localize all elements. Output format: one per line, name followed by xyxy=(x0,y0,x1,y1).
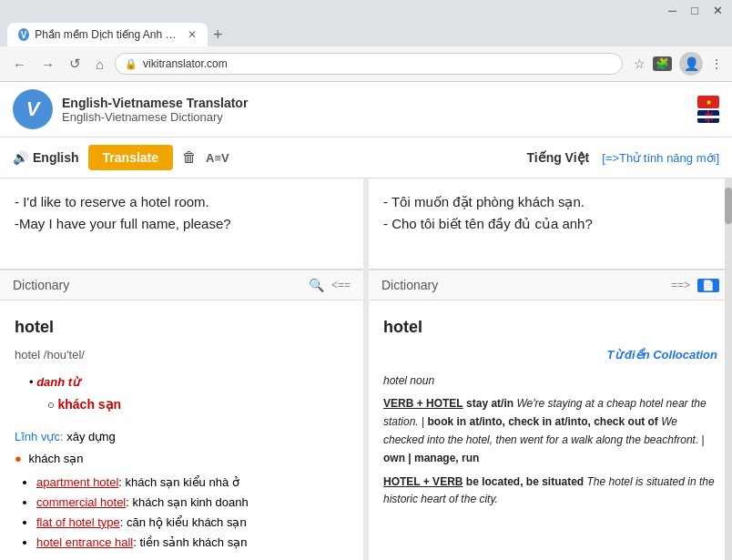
vn-flag xyxy=(697,96,719,108)
output-line2: - Cho tôi biết tên đầy đủ của anh? xyxy=(383,213,717,235)
item-text-0: : khách sạn kiểu nhà ở xyxy=(118,475,239,489)
hotel-verb-text: be located, be situated xyxy=(466,475,584,488)
item-link-2[interactable]: flat of hotel type xyxy=(36,515,120,529)
circle-bullet: ○ xyxy=(47,398,57,412)
uk-flag xyxy=(697,110,719,123)
field-label: Lĩnh vực: xyxy=(15,430,64,443)
left-dict-header: Dictionary 🔍 <== xyxy=(0,270,363,300)
toolbar-right: Tiếng Việt [=>Thử tính năng mới] xyxy=(526,150,719,165)
hotel-verb-label: HOTEL + VERB xyxy=(383,475,463,488)
lock-icon: 🔒 xyxy=(125,58,137,70)
left-text-area[interactable]: - I'd like to reserve a hotel room. -May… xyxy=(0,178,363,270)
sep1: | xyxy=(422,415,424,428)
left-field-word: ● khách sạn xyxy=(15,449,349,469)
tab-title: Phần mềm Dịch tiếng Anh & Từ... xyxy=(35,28,177,41)
arrow-left-icon[interactable]: <== xyxy=(331,279,351,291)
search-icon[interactable]: 🔍 xyxy=(309,278,324,292)
nav-bar: ← → ↺ ⌂ 🔒 vikitranslator.com ☆ 🧩 👤 ⋮ xyxy=(0,46,732,82)
right-dict-content: hotel Từ điển Collocation hotel noun VER… xyxy=(369,300,732,522)
right-dict-header: Dictionary ==> 📄 xyxy=(369,270,732,300)
app-title-line1: English-Vietnamese Translator xyxy=(62,96,697,110)
main-content: - I'd like to reserve a hotel room. -May… xyxy=(0,178,732,560)
logo-letter: V xyxy=(26,97,40,121)
translate-button[interactable]: Translate xyxy=(88,145,173,170)
list-item: apartment hotel: khách sạn kiểu nhà ở xyxy=(36,473,349,493)
address-bar[interactable]: 🔒 vikitranslator.com xyxy=(115,53,623,75)
list-item: flat of hotel type: căn hộ kiểu khách sạ… xyxy=(36,513,349,533)
tab-close-button[interactable]: ✕ xyxy=(188,28,197,41)
collocation-link[interactable]: Từ điển Collocation xyxy=(383,345,717,365)
right-dict-icons: ==> 📄 xyxy=(671,279,719,292)
left-dict-label: Dictionary xyxy=(13,278,69,292)
bookmark-star-icon[interactable]: ☆ xyxy=(634,56,646,71)
verb-hotel-text: stay at/in xyxy=(466,397,513,410)
app-header: V English-Vietnamese Translator English-… xyxy=(0,82,732,137)
bookmark-icon[interactable]: 📄 xyxy=(697,279,719,292)
output-line1: - Tôi muốn đặt phòng khách sạn. xyxy=(383,191,717,213)
sep2: | xyxy=(702,433,705,446)
list-item: commercial hotel: khách sạn kinh doanh xyxy=(36,493,349,513)
tab-favicon: V xyxy=(18,28,29,41)
bullet-1: • xyxy=(29,375,36,389)
hotel-verb-section: HOTEL + VERB be located, be situated The… xyxy=(383,473,717,510)
book-label: book in at/into, check in at/into, check… xyxy=(428,415,658,428)
extension-icon[interactable]: 🧩 xyxy=(653,56,672,71)
arrow-right-icon[interactable]: ==> xyxy=(671,279,690,291)
nav-icons: ☆ 🧩 👤 ⋮ xyxy=(634,52,723,76)
forward-button[interactable]: → xyxy=(37,55,58,74)
english-button[interactable]: 🔊 English xyxy=(13,150,79,165)
right-panel: - Tôi muốn đặt phòng khách sạn. - Cho tô… xyxy=(369,178,732,560)
verb-hotel-section: VERB + HOTEL stay at/in We're staying at… xyxy=(383,395,717,467)
scrollbar-thumb[interactable] xyxy=(725,188,732,224)
home-button[interactable]: ⌂ xyxy=(92,55,107,74)
right-dict-label: Dictionary xyxy=(381,278,438,292)
trash-icon[interactable]: 🗑 xyxy=(182,149,197,166)
left-dict-icons: 🔍 <== xyxy=(309,278,351,292)
collocation-link-container: Từ điển Collocation xyxy=(383,345,717,365)
minimize-button[interactable]: ─ xyxy=(668,4,676,17)
scrollbar[interactable] xyxy=(725,178,732,560)
item-text-3: : tiền sảnh khách sạn xyxy=(133,535,247,549)
az-icon[interactable]: A≡V xyxy=(206,151,229,165)
app-title: English-Vietnamese Translator English-Vi… xyxy=(62,96,697,124)
tieng-viet-label: Tiếng Việt xyxy=(526,150,589,165)
left-items-list: apartment hotel: khách sạn kiểu nhà ở co… xyxy=(15,473,349,553)
toolbar: 🔊 English Translate 🗑 A≡V Tiếng Việt [=>… xyxy=(0,137,732,178)
left-field-section: Lĩnh vực: xây dựng xyxy=(15,427,349,447)
right-text-area: - Tôi muốn đặt phòng khách sạn. - Cho tô… xyxy=(369,178,732,270)
back-button[interactable]: ← xyxy=(9,55,30,74)
menu-icon[interactable]: ⋮ xyxy=(710,56,723,71)
left-pos-container: • danh từ ○ khách sạn xyxy=(15,372,349,416)
item-link-3[interactable]: hotel entrance hall xyxy=(36,535,133,549)
speaker-icon: 🔊 xyxy=(13,150,28,165)
item-text-1: : khách sạn kinh doanh xyxy=(126,495,248,509)
app-logo: V xyxy=(13,89,53,129)
item-link-1[interactable]: commercial hotel xyxy=(36,495,126,509)
verb-hotel-label: VERB + HOTEL xyxy=(383,397,463,410)
new-tab-button[interactable]: + xyxy=(213,26,223,46)
left-dict-content: hotel hotel /hou'tel/ • danh từ ○ khách … xyxy=(0,300,363,560)
left-translation: khách sạn xyxy=(57,397,121,412)
tab-bar: V Phần mềm Dịch tiếng Anh & Từ... ✕ + xyxy=(0,17,732,46)
avatar-icon[interactable]: 👤 xyxy=(679,52,703,76)
own-label: own | manage, run xyxy=(383,452,479,464)
item-link-0[interactable]: apartment hotel xyxy=(36,475,118,489)
field-value: xây dựng xyxy=(66,430,116,443)
browser-frame: ─ □ ✕ V Phần mềm Dịch tiếng Anh & Từ... … xyxy=(0,0,732,82)
reload-button[interactable]: ↺ xyxy=(66,54,85,74)
active-tab[interactable]: V Phần mềm Dịch tiếng Anh & Từ... ✕ xyxy=(7,23,208,46)
left-word-title: hotel xyxy=(15,313,349,341)
left-pos-label: danh từ xyxy=(36,375,79,389)
list-item: hotel entrance hall: tiền sảnh khách sạn xyxy=(36,533,349,553)
left-panel: - I'd like to reserve a hotel room. -May… xyxy=(0,178,363,560)
left-word-phonetic: hotel /hou'tel/ xyxy=(15,345,349,365)
try-new-link[interactable]: [=>Thử tính năng mới] xyxy=(602,151,719,165)
noun-label: hotel noun xyxy=(383,372,717,391)
input-line2: -May I have your full name, please? xyxy=(15,213,349,235)
maximize-button[interactable]: □ xyxy=(691,4,698,17)
right-word-title: hotel xyxy=(383,313,717,341)
item-text-2: : căn hộ kiểu khách sạn xyxy=(120,515,247,529)
app-title-line2: English-Vietnamese Dictionary xyxy=(62,110,697,124)
url-text: vikitranslator.com xyxy=(143,57,613,70)
close-button[interactable]: ✕ xyxy=(713,4,723,17)
